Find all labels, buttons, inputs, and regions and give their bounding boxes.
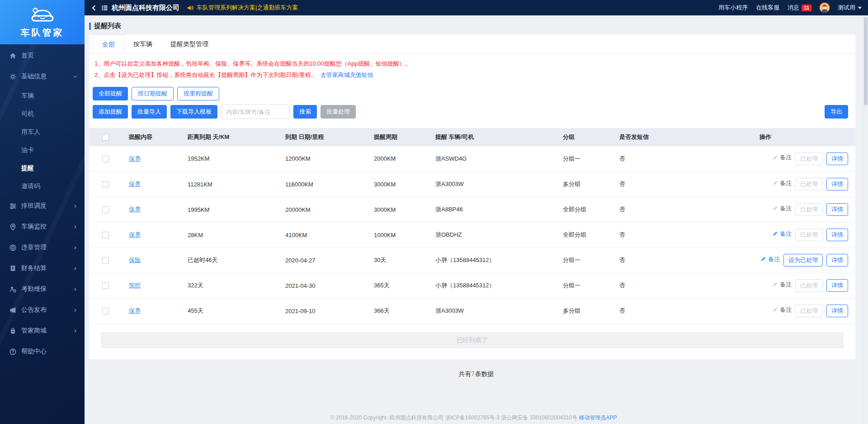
cell-due: 2021-09-10 <box>278 298 367 324</box>
filter-by-date[interactable]: 按日期提醒 <box>132 87 174 100</box>
processed-button[interactable]: 已处理 <box>795 203 823 216</box>
sidebar-item-car-users[interactable]: 用车人 <box>0 123 85 141</box>
sidebar-item-invite-codes[interactable]: 邀请码 <box>0 177 85 195</box>
processed-button[interactable]: 已处理 <box>795 305 823 317</box>
detail-button[interactable]: 详情 <box>826 254 848 267</box>
cell-group: 多分组 <box>556 298 612 324</box>
recharge-sms-link[interactable]: 去管家商城充值短信 <box>320 71 373 78</box>
tab-reminder-type-management[interactable]: 提醒类型管理 <box>161 35 217 53</box>
filter-by-mileage[interactable]: 按里程提醒 <box>177 87 219 100</box>
note-link[interactable]: 备注 <box>772 306 792 314</box>
row-checkbox[interactable] <box>102 308 109 314</box>
row-checkbox[interactable] <box>102 257 109 264</box>
detail-button[interactable]: 详情 <box>826 279 848 292</box>
sidebar-item-vehicle-monitoring[interactable]: 车辆监控 <box>0 216 85 237</box>
filter-all-reminders[interactable]: 全部提醒 <box>93 87 128 100</box>
download-template-button[interactable]: 下载导入模板 <box>170 105 217 119</box>
batch-import-button[interactable]: 批量导入 <box>132 105 167 119</box>
row-checkbox[interactable] <box>102 206 109 213</box>
sidebar-item-finance[interactable]: 财务结算 <box>0 258 85 279</box>
reminder-content-link[interactable]: 驾照 <box>129 282 141 289</box>
row-checkbox[interactable] <box>102 232 109 238</box>
processed-button[interactable]: 已处理 <box>795 152 823 165</box>
sidebar-item-fuel-cards[interactable]: 油卡 <box>0 141 85 159</box>
detail-button[interactable]: 详情 <box>826 203 848 216</box>
messages-link[interactable]: 消息 11 <box>788 4 811 12</box>
online-service-link[interactable]: 在线客服 <box>756 4 779 12</box>
reminder-content-link[interactable]: 保养 <box>129 181 141 187</box>
cell-group: 分组一 <box>556 273 612 298</box>
sidebar-item-mall[interactable]: 管家商城 <box>0 320 85 341</box>
home-icon <box>9 52 17 60</box>
sidebar-group-basic-info[interactable]: 基础信息 <box>0 66 85 87</box>
note-link[interactable]: 备注 <box>760 255 780 263</box>
shopping-bag-icon <box>9 327 17 335</box>
set-processed-button[interactable]: 设为已处理 <box>783 254 823 267</box>
select-all-checkbox[interactable] <box>102 134 109 141</box>
mini-program-link[interactable]: 用车小程序 <box>718 4 748 12</box>
cell-vehicle-driver: 浙OBDHZ <box>428 222 556 248</box>
sidebar-item-home[interactable]: 首页 <box>0 45 85 66</box>
page-title-row: 提醒列表 <box>85 15 868 35</box>
add-reminder-button[interactable]: 添加提醒 <box>93 105 128 119</box>
tab-all[interactable]: 全部 <box>93 35 124 53</box>
sidebar-item-vehicles[interactable]: 车辆 <box>0 87 85 105</box>
caret-down-icon <box>858 7 862 9</box>
processed-button[interactable]: 已处理 <box>795 279 823 292</box>
processed-button[interactable]: 已处理 <box>795 178 823 191</box>
notice-line-1: 1、用户可以自定义添加各种提醒，包括年检、保险、保养等。系统会在提醒当天的10:… <box>94 58 855 69</box>
row-checkbox[interactable] <box>102 282 109 289</box>
announcement-text[interactable]: 车队管理系列解决方案|之通勤班车方案 <box>197 4 298 12</box>
messages-label: 消息 <box>788 4 799 12</box>
sidebar-item-drivers[interactable]: 司机 <box>0 105 85 123</box>
cell-sms: 否 <box>612 222 675 248</box>
detail-button[interactable]: 详情 <box>826 178 848 191</box>
reminder-content-link[interactable]: 保养 <box>129 155 141 162</box>
note-label: 备注 <box>780 179 792 187</box>
reminder-content-link[interactable]: 保险 <box>129 257 141 263</box>
org-list-icon[interactable] <box>101 5 108 11</box>
detail-button[interactable]: 详情 <box>826 229 848 241</box>
tab-bar: 全部 按车辆 提醒类型管理 <box>89 35 855 53</box>
sidebar-item-help-center[interactable]: 帮助中心 <box>0 341 85 362</box>
reminder-content-link[interactable]: 保养 <box>129 206 141 213</box>
note-link[interactable]: 备注 <box>772 153 792 162</box>
sidebar-item-label: 公告发布 <box>21 306 73 314</box>
reminder-content-link[interactable]: 保养 <box>129 307 141 314</box>
note-link[interactable]: 备注 <box>772 281 792 289</box>
notice-line-2: 2、点击【设为已处理】按钮，系统将自动延长【提醒周期】作为下次到期日期/里程。 … <box>94 69 855 81</box>
cell-vehicle-driver: 浙ASWD4G <box>428 146 556 172</box>
sidebar-item-announcements[interactable]: 公告发布 <box>0 300 85 320</box>
detail-button[interactable]: 详情 <box>826 305 848 317</box>
row-checkbox[interactable] <box>102 181 109 188</box>
batch-process-button[interactable]: 批量处理 <box>321 105 356 119</box>
note-link[interactable]: 备注 <box>772 230 792 238</box>
search-button[interactable]: 搜索 <box>293 105 317 119</box>
detail-button[interactable]: 详情 <box>826 152 848 165</box>
sidebar-item-violations[interactable]: 违章管理 <box>0 237 85 258</box>
export-button[interactable]: 导出 <box>825 105 848 119</box>
reminder-content-link[interactable]: 保养 <box>129 231 141 238</box>
user-avatar[interactable] <box>820 3 830 13</box>
note-link[interactable]: 备注 <box>772 179 792 187</box>
scrollbar-thumb[interactable] <box>864 17 868 105</box>
processed-button[interactable]: 已处理 <box>795 229 823 241</box>
user-menu[interactable]: 测试用 <box>838 4 862 12</box>
cell-cycle: 366天 <box>367 298 428 324</box>
collapse-back-icon[interactable] <box>91 5 98 11</box>
tab-by-vehicle[interactable]: 按车辆 <box>124 35 161 53</box>
search-input[interactable] <box>221 105 290 119</box>
col-distance-to-due: 距离到期 天/KM <box>180 128 278 146</box>
sidebar-submenu-basic-info: 车辆 司机 用车人 油卡 提醒 邀请码 <box>0 87 85 195</box>
company-name[interactable]: 杭州圆点科技有限公司 <box>112 4 179 12</box>
mobile-admin-app-link[interactable]: 移动管理员APP <box>579 414 617 421</box>
row-checkbox[interactable] <box>102 156 109 162</box>
page-scrollbar[interactable] <box>863 15 868 424</box>
note-link[interactable]: 备注 <box>772 205 792 213</box>
sidebar-item-label: 首页 <box>21 52 77 60</box>
cell-sms: 否 <box>612 197 675 222</box>
sidebar-item-attendance-maintenance[interactable]: 考勤维保 <box>0 279 85 300</box>
sidebar-item-reminders[interactable]: 提醒 <box>0 159 85 177</box>
sidebar-item-scheduling[interactable]: 排班调度 <box>0 195 85 216</box>
cell-group: 全部分组 <box>556 222 612 248</box>
